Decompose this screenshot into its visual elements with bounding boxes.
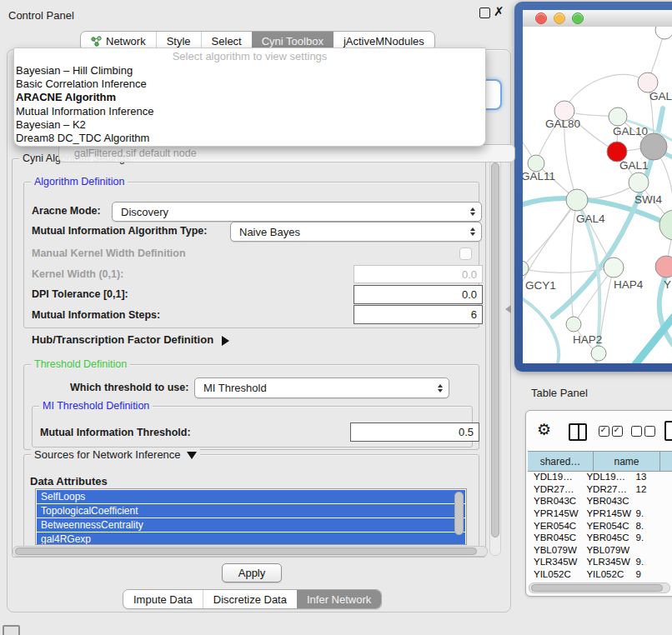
attribute-item-topologicalcoefficient[interactable]: TopologicalCoefficient (37, 504, 465, 518)
table-row[interactable]: YBL079WYBL079W (528, 544, 672, 557)
float-window-button[interactable] (479, 8, 490, 18)
gear-icon[interactable]: ⚙ (537, 422, 551, 438)
network-node[interactable] (659, 210, 672, 240)
attribute-item-selfloops[interactable]: SelfLoops (37, 490, 465, 503)
close-window-icon[interactable] (535, 12, 547, 24)
network-node[interactable] (640, 133, 667, 160)
table-row[interactable]: YLR345WYLR345W9. (528, 556, 672, 568)
table-cell: YLR345W (528, 557, 580, 567)
table-row[interactable]: YDL19…YDL19…13 (528, 471, 672, 483)
table-header-row: shared…nameA (528, 451, 672, 472)
minimize-window-icon[interactable] (554, 12, 565, 24)
sources-title-text: Sources for Network Inference (34, 448, 181, 461)
kernel-width-input[interactable]: 0.0 (354, 265, 483, 283)
tab-infer-network[interactable]: Infer Network (297, 590, 381, 608)
mi-threshold-input[interactable]: 0.5 (350, 422, 479, 442)
network-window-titlebar[interactable] (523, 10, 672, 28)
attributes-list-scrollbar-thumb[interactable] (454, 492, 464, 535)
network-node-hap4[interactable] (604, 258, 624, 278)
table-cell: YDR27… (580, 484, 634, 494)
dpi-tolerance-input[interactable]: 0.0 (354, 285, 483, 304)
manual-kernel-width-label: Manual Kernel Width Definition (32, 248, 186, 259)
node-label-gal4: GAL4 (576, 212, 605, 225)
menu-item-bayesian-hill-climbing[interactable]: Bayesian – Hill Climbing (14, 64, 485, 78)
settings-hscrollbar-thumb[interactable] (15, 548, 477, 555)
network-node[interactable] (655, 27, 672, 39)
sources-group-title[interactable]: Sources for Network Inference (31, 448, 200, 461)
expanded-arrow-icon (187, 452, 197, 459)
table-row[interactable]: YIL052CYIL052C9 (528, 568, 672, 581)
minimized-panel-icon[interactable] (3, 625, 20, 635)
column-header-a[interactable]: A (660, 452, 672, 471)
network-nodes: GALGAL80GAL10GAL1GAL11SWI4GAL4GCY1HAP4YH… (523, 27, 672, 361)
which-threshold-label: Which threshold to use: (70, 382, 188, 393)
document-icon[interactable] (664, 421, 672, 441)
table-cell: YBL079W (580, 545, 634, 555)
network-view[interactable]: GALGAL80GAL10GAL1GAL11SWI4GAL4GCY1HAP4YH… (523, 27, 672, 363)
mi-algorithm-type-value: Naive Bayes (239, 226, 300, 238)
network-node-swi4[interactable] (629, 172, 649, 192)
column-layout-icon[interactable] (569, 423, 587, 441)
table-panel-title: Table Panel (531, 387, 588, 399)
settings-hscrollbar[interactable] (13, 546, 488, 557)
table-data-combo-value: galFiltered.sif default node (74, 148, 197, 159)
network-canvas-svg: GALGAL80GAL10GAL1GAL11SWI4GAL4GCY1HAP4YH… (523, 27, 672, 363)
apply-button[interactable]: Apply (222, 563, 282, 582)
network-node-gal10[interactable] (609, 108, 627, 126)
table-row[interactable]: YDR27…YDR27…12 (528, 483, 672, 496)
tab-impute-data[interactable]: Impute Data (123, 590, 203, 608)
tab-discretize-data[interactable]: Discretize Data (203, 590, 297, 608)
node-label-swi4: SWI4 (634, 193, 662, 206)
select-all-checkboxes-icon[interactable] (599, 426, 623, 437)
hub-definition-toggle[interactable]: Hub/Transcription Factor Definition (32, 333, 229, 346)
table-cell: YDL19… (528, 472, 580, 482)
network-node-gal11[interactable] (528, 155, 544, 172)
table-cell: YLR345W (580, 557, 634, 567)
table-cell: YDR27… (528, 484, 580, 494)
column-header-shared[interactable]: shared… (528, 452, 594, 471)
table-hscrollbar-thumb[interactable] (531, 584, 663, 592)
settings-scrollbar-thumb[interactable] (491, 162, 499, 538)
manual-kernel-width-checkbox[interactable] (459, 248, 472, 260)
table-data-combo[interactable]: galFiltered.sif default node (58, 144, 515, 162)
dpi-tolerance-value: 0.0 (462, 288, 477, 301)
mi-threshold-value: 0.5 (459, 426, 474, 438)
table-cell: YPR145W (580, 508, 634, 518)
panel-divider-arrow-icon[interactable] (505, 305, 511, 313)
node-label-y: Y (664, 278, 671, 291)
menu-item-basic-correlation-inference[interactable]: Basic Correlation Inference (14, 78, 485, 91)
spinner-arrows-icon (438, 384, 449, 392)
table-row[interactable]: YER054CYER054C8. (528, 519, 672, 532)
table-cell: YBR045C (528, 532, 580, 542)
zoom-window-icon[interactable] (572, 12, 584, 24)
network-node-y[interactable] (655, 256, 672, 278)
menu-item-aracne-algorithm[interactable]: ARACNE Algorithm (14, 91, 485, 104)
table-cell: 12 (634, 484, 672, 494)
mi-steps-input[interactable]: 6 (354, 305, 483, 324)
column-header-name[interactable]: name (594, 452, 660, 471)
network-node-hap2[interactable] (566, 317, 581, 332)
network-node-gcy1[interactable] (523, 261, 529, 276)
deselect-all-checkboxes-icon[interactable] (631, 426, 655, 437)
table-cell: YBL079W (528, 545, 580, 555)
attribute-item-betweennesscentrality[interactable]: BetweennessCentrality (37, 518, 465, 532)
attribute-item-gal4rgexp[interactable]: gal4RGexp (37, 532, 465, 545)
settings-scrollbar[interactable] (489, 159, 501, 556)
data-attributes-list[interactable]: SelfLoopsTopologicalCoefficientBetweenne… (35, 488, 467, 545)
node-label-gal: GAL (649, 90, 672, 102)
network-node-gal4[interactable] (566, 189, 588, 211)
which-threshold-select[interactable]: MI Threshold (194, 378, 449, 398)
node-label-gcy1: GCY1 (525, 279, 556, 292)
aracne-mode-select[interactable]: Discovery (112, 202, 482, 222)
close-panel-button[interactable]: ✗ (494, 4, 504, 19)
table-cell: YER054C (580, 521, 634, 531)
menu-item-mutual-information-inference[interactable]: Mutual Information Inference (14, 105, 485, 118)
menu-item-dream8-dc-tdc-algorithm[interactable]: Dream8 DC_TDC Algorithm (14, 132, 485, 145)
table-row[interactable]: YBR043CYBR043C (528, 495, 672, 508)
mi-algorithm-type-select[interactable]: Naive Bayes (230, 222, 482, 242)
table-row[interactable]: YPR145WYPR145W9. (528, 508, 672, 520)
menu-item-bayesian-k2[interactable]: Bayesian – K2 (14, 118, 485, 132)
table-hscrollbar[interactable] (529, 582, 670, 593)
table-row[interactable]: YBR045CYBR045C9. (528, 532, 672, 544)
network-node[interactable] (591, 346, 606, 361)
